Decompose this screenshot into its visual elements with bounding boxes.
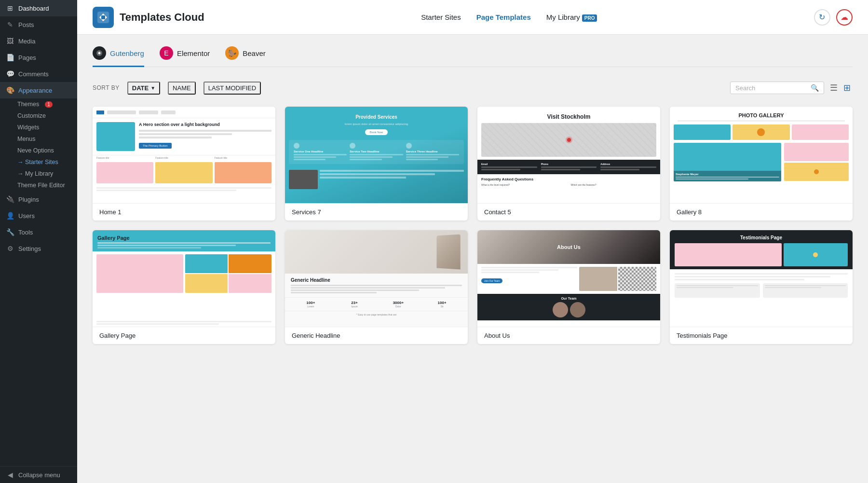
sidebar-item-posts[interactable]: ✎ Posts [0,16,77,33]
sidebar-item-tools[interactable]: 🔧 Tools [0,224,77,240]
template-card-services7[interactable]: Provided Services lorem ipsum dolor sit … [285,107,468,221]
builder-tabs: Gutenberg E Elementor 🦫 Beaver [93,46,853,67]
card-preview-gallerypage: Gallery Page [93,230,275,327]
elementor-icon: E [160,46,173,60]
tab-gutenberg-label: Gutenberg [110,49,144,57]
tab-elementor[interactable]: E Elementor [160,46,210,67]
comments-icon: 💬 [6,69,14,78]
nav-my-library[interactable]: My LibraryPRO [546,13,597,21]
sidebar-item-dashboard[interactable]: ⊞ Dashboard [0,0,77,16]
brand: Templates Cloud [93,7,204,28]
logo [93,7,114,28]
beaver-icon: 🦫 [225,46,239,60]
sort-by-label: SORT BY [93,84,120,91]
header-actions: ↻ ☁ [814,9,853,26]
card-preview-generic: Generic Headline 100+ Lorem 23+ [285,230,468,327]
tab-gutenberg[interactable]: Gutenberg [93,46,144,67]
dashboard-icon: ⊞ [6,4,14,13]
template-card-testimonials[interactable]: Testimonials Page [670,230,853,344]
card-label-testimonials: Testimonials Page [670,327,853,344]
sidebar-item-neve-options[interactable]: Neve Options [14,145,77,156]
collapse-menu-button[interactable]: ◀ Collapse menu [0,466,77,483]
tab-elementor-label: Elementor [177,49,210,57]
appearance-submenu: Themes 1 Customize Widgets Menus Neve Op… [0,98,77,191]
card-preview-home1: A Hero section over a light background T… [93,107,275,203]
users-icon: 👤 [6,211,14,220]
tab-beaver[interactable]: 🦫 Beaver [225,46,266,67]
pages-icon: 📄 [6,53,14,62]
sidebar-item-starter-sites[interactable]: → Starter Sites [14,156,77,168]
collapse-icon: ◀ [6,470,14,479]
card-preview-services7: Provided Services lorem ipsum dolor sit … [285,107,468,203]
content-area: Gutenberg E Elementor 🦫 Beaver SORT BY D… [77,35,868,483]
refresh-button[interactable]: ↻ [814,9,830,26]
toolbar: SORT BY DATE ▼ NAME LAST MODIFIED 🔍 ☰ ⊞ [93,81,853,95]
sort-name-button[interactable]: NAME [168,82,196,95]
sidebar-item-theme-file-editor[interactable]: Theme File Editor [14,179,77,191]
plugins-icon: 🔌 [6,195,14,204]
template-grid: A Hero section over a light background T… [93,107,853,344]
view-toggle: ☰ ⊞ [828,81,853,95]
sidebar-item-menus[interactable]: Menus [14,133,77,145]
pro-badge: PRO [582,14,597,22]
toolbar-right: 🔍 ☰ ⊞ [730,81,853,95]
search-icon: 🔍 [811,84,819,92]
nav-starter-sites[interactable]: Starter Sites [421,13,461,21]
search-box: 🔍 [730,82,824,94]
sidebar-item-media[interactable]: 🖼 Media [0,33,77,49]
search-input[interactable] [735,84,808,92]
main-area: Templates Cloud Starter Sites Page Templ… [77,0,868,483]
card-label-home1: Home 1 [93,203,275,221]
sidebar-item-customize[interactable]: Customize [14,110,77,122]
template-card-gallery8[interactable]: PHOTO GALLERY Stephenie Me [670,107,853,221]
svg-rect-1 [101,15,105,19]
card-label-services7: Services 7 [285,203,468,221]
sidebar-item-appearance[interactable]: 🎨 Appearance [0,82,77,98]
card-label-aboutus: About Us [477,327,660,344]
cloud-button[interactable]: ☁ [836,9,853,26]
sidebar-item-plugins[interactable]: 🔌 Plugins [0,191,77,207]
sidebar-item-my-library[interactable]: → My Library [14,168,77,179]
grid-view-button[interactable]: ⊞ [841,81,853,95]
template-card-home1[interactable]: A Hero section over a light background T… [93,107,275,221]
sidebar-item-themes[interactable]: Themes 1 [14,98,77,110]
sidebar: ⊞ Dashboard ✎ Posts 🖼 Media 📄 Pages 💬 Co… [0,0,77,483]
sidebar-item-settings[interactable]: ⚙ Settings [0,240,77,257]
template-card-aboutus[interactable]: About Us Join Our Team [477,230,660,344]
header: Templates Cloud Starter Sites Page Templ… [77,0,868,35]
card-preview-gallery8: PHOTO GALLERY Stephenie Me [670,107,853,203]
tools-icon: 🔧 [6,228,14,236]
nav-page-templates[interactable]: Page Templates [476,13,531,21]
card-label-gallery8: Gallery 8 [670,203,853,221]
template-card-gallerypage[interactable]: Gallery Page [93,230,275,344]
template-card-contact5[interactable]: Visit Stockholm Email [477,107,660,221]
card-preview-testimonials: Testimonials Page [670,230,853,327]
sort-last-modified-button[interactable]: LAST MODIFIED [203,82,261,95]
template-card-generic[interactable]: Generic Headline 100+ Lorem 23+ [285,230,468,344]
card-preview-contact5: Visit Stockholm Email [477,107,660,203]
card-label-gallerypage: Gallery Page [93,327,275,344]
card-label-generic: Generic Headline [285,327,468,344]
card-preview-aboutus: About Us Join Our Team [477,230,660,327]
media-icon: 🖼 [6,37,14,45]
card-label-contact5: Contact 5 [477,203,660,221]
appearance-icon: 🎨 [6,86,14,95]
app-title: Templates Cloud [120,11,204,24]
posts-icon: ✎ [6,20,14,29]
sidebar-item-widgets[interactable]: Widgets [14,122,77,133]
sidebar-item-comments[interactable]: 💬 Comments [0,66,77,82]
tab-beaver-label: Beaver [243,49,266,57]
sort-date-button[interactable]: DATE ▼ [127,82,160,95]
settings-icon: ⚙ [6,244,14,253]
sidebar-item-users[interactable]: 👤 Users [0,207,77,224]
sidebar-item-pages[interactable]: 📄 Pages [0,49,77,66]
header-nav: Starter Sites Page Templates My LibraryP… [421,13,597,21]
logo-svg [96,11,110,24]
gutenberg-icon [93,46,106,60]
list-view-button[interactable]: ☰ [828,81,840,95]
